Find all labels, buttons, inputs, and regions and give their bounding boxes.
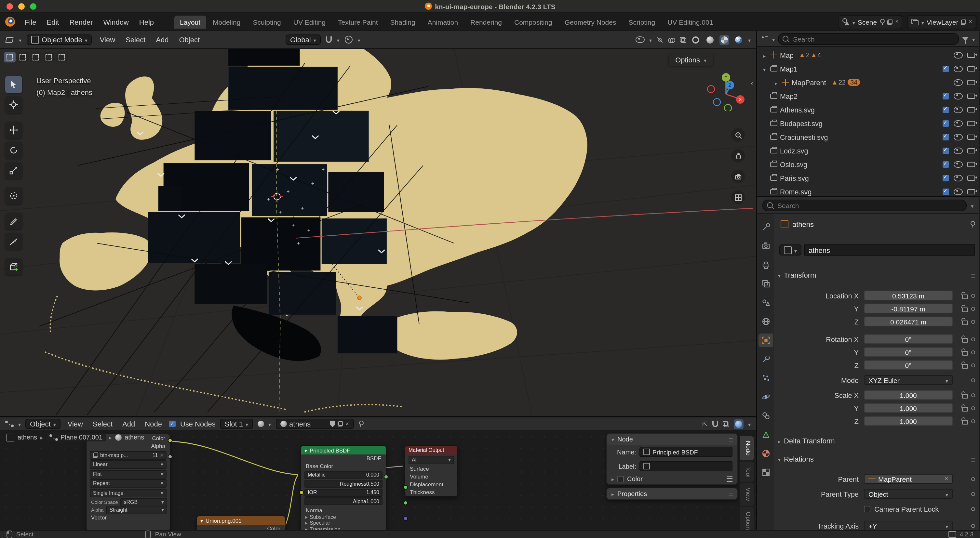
fake-user-shield-icon[interactable] [330,421,335,427]
tab-rendering[interactable]: Rendering [465,15,508,28]
snap-magnet-icon[interactable] [326,37,332,43]
visibility-dropdown-icon[interactable] [636,37,645,43]
object-id-icon[interactable] [779,244,802,256]
animate-dot-icon[interactable] [971,294,975,297]
annotate-tool[interactable] [5,213,22,230]
panel-grip-icon[interactable] [971,455,975,463]
collection-checkbox[interactable] [942,147,949,154]
menu-view[interactable]: View [65,419,86,429]
editor-type-3d-icon[interactable] [5,36,14,43]
tab-geometry-nodes[interactable]: Geometry Nodes [559,15,622,28]
transform-section-header[interactable]: Transform [778,271,975,279]
panel-grip-icon[interactable] [729,490,732,497]
tab-modifiers-icon[interactable] [759,352,773,366]
tab-texture-paint[interactable]: Texture Paint [332,15,384,28]
navigation-gizmo[interactable]: Y Z X [705,70,747,111]
xray-toggle-icon[interactable] [680,37,686,43]
tab-data-icon[interactable] [759,428,773,441]
location-z-field[interactable]: 0.026471 m [864,317,953,326]
tab-animation[interactable]: Animation [422,15,464,28]
tab-scene-icon[interactable] [759,296,773,309]
camera-parent-lock-checkbox[interactable] [864,506,870,512]
outliner-row-mapparent[interactable]: MapParent 2234 [757,75,979,89]
extension-dropdown[interactable]: Repeat [90,479,167,487]
disable-render-icon[interactable] [967,162,975,167]
lock-icon[interactable] [962,308,968,312]
hide-viewport-icon[interactable] [953,65,963,72]
node-name-field[interactable]: Principled BSDF [640,447,732,457]
interpolation-dropdown[interactable]: Linear [90,460,167,469]
outliner-row-athens-svg[interactable]: Athens.svg [757,103,979,116]
lock-icon[interactable] [962,338,968,343]
expand-icon[interactable] [761,51,768,59]
menu-object[interactable]: Object [176,35,202,45]
scene-selector[interactable]: Scene × [839,14,903,29]
rotation-x-field[interactable]: 0° [864,334,953,344]
rotate-tool[interactable] [5,142,22,159]
color-socket[interactable] [167,438,172,443]
material-browse-icon[interactable] [257,421,264,427]
use-nodes-checkbox[interactable] [169,421,176,427]
animate-dot-icon[interactable] [971,363,975,367]
axis-minus-x[interactable] [708,86,714,93]
tab-particles-icon[interactable] [759,371,773,385]
ior-slider[interactable]: IOR1.450 [304,489,382,497]
select-circle-button[interactable] [30,52,41,62]
disable-render-icon[interactable] [967,175,975,181]
scale-tool[interactable] [5,162,22,179]
scale-y-field[interactable]: 1.000 [864,403,953,413]
axis-minus-y[interactable] [724,104,732,111]
tab-uv-editing[interactable]: UV Editing [288,15,331,28]
proportional-edit-icon[interactable] [345,36,353,44]
outliner-row-budapest-svg[interactable]: Budapest.svg [757,116,979,130]
outliner-search-input[interactable] [792,34,955,43]
colorspace-dropdown[interactable]: sRGB [121,498,167,506]
minimize-window-button[interactable] [18,3,25,10]
viewport-map-canvas[interactable] [0,49,756,415]
animate-dot-icon[interactable] [971,319,975,324]
unlink-scene-icon[interactable]: × [895,19,899,25]
clear-parent-icon[interactable]: × [945,476,948,482]
rotation-mode-dropdown[interactable]: XYZ Euler [864,375,953,385]
shader-type-dropdown[interactable]: Object [25,419,60,429]
union-image-node[interactable]: Union.png.001 Color [196,516,286,530]
animate-dot-icon[interactable] [971,524,975,528]
editor-type-outliner-icon[interactable] [761,35,769,42]
tab-view[interactable]: View [740,483,754,506]
section-transmission[interactable]: Transmission [301,526,386,530]
move-tool[interactable] [5,122,22,138]
metallic-slider[interactable]: Metallic0.000 [304,471,382,479]
object-name-field[interactable]: athens [804,244,975,256]
tab-shading[interactable]: Shading [385,15,421,28]
animate-dot-icon[interactable] [971,492,975,496]
cursor-tool[interactable] [5,96,22,113]
color-subpanel[interactable]: Color [607,473,737,484]
collection-checkbox[interactable] [942,93,949,99]
animate-dot-icon[interactable] [971,337,975,341]
transform-orientation-dropdown[interactable]: Global [286,35,321,45]
base-color-socket[interactable] [299,490,304,495]
disable-render-icon[interactable] [967,52,975,57]
image-texture-node[interactable]: Color Alpha btn-map.p... 11× Linear Flat… [86,434,170,530]
properties-search-input[interactable] [776,201,963,209]
tab-material-icon[interactable] [759,447,773,460]
outliner-row-craciunesti-svg[interactable]: Craciunesti.svg [757,130,979,144]
snap-grid-icon[interactable] [723,421,729,427]
displacement-socket[interactable] [403,516,407,521]
object-origin-dot[interactable] [358,296,361,300]
snap-magnet-icon[interactable] [712,421,718,427]
menu-file[interactable]: File [20,16,41,28]
scale-x-field[interactable]: 1.000 [864,390,953,400]
disable-render-icon[interactable] [967,121,975,126]
tab-texture-icon[interactable] [759,465,773,479]
source-dropdown[interactable]: Single Image [90,489,167,497]
select-box-tool[interactable] [5,76,22,93]
hide-viewport-icon[interactable] [953,106,963,113]
lock-icon[interactable] [962,295,968,299]
unlink-image-icon[interactable]: × [160,452,163,458]
roughness-slider[interactable]: Roughness0.500 [304,480,382,487]
lock-icon[interactable] [962,321,968,325]
axis-minus-z[interactable] [713,98,721,106]
collection-checkbox[interactable] [942,175,949,181]
collapse-region-icon[interactable]: ‹ [751,79,753,88]
